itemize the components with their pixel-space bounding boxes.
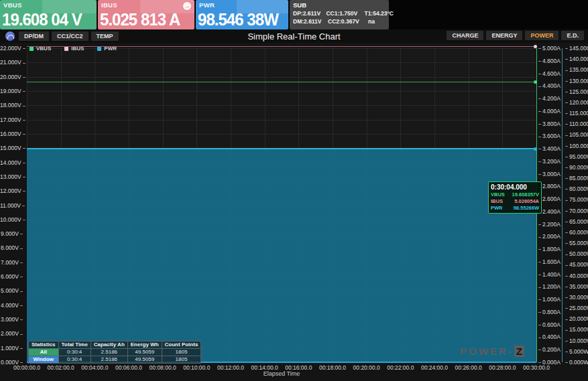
toolbar-right-tabs: CHARGEENERGYPOWERE.D. — [447, 31, 584, 40]
toolbar: DP/DMCC1/CC2TEMP Simple Real-Time Chart … — [0, 29, 588, 43]
power-axis-tick-label: 135.000W — [565, 66, 588, 73]
pwr-meter[interactable]: PWR 98.546 38W — [196, 0, 288, 29]
voltage-axis-tick-label: 12.000V — [0, 187, 23, 194]
statistics-cell: 1805 — [162, 356, 201, 364]
current-axis-tick-label: 3.800A — [538, 121, 561, 127]
pwr-meter-label: PWR — [199, 1, 215, 9]
sub-row-1: DP:2.611V CC1:1.750V T1:54.23°C — [293, 10, 394, 17]
current-direction-arrow-icon[interactable]: → — [183, 2, 191, 10]
current-axis-tick-label: 2.000A — [538, 233, 561, 240]
current-axis-tick-label: 1.200A — [538, 283, 561, 290]
legend-swatch-ibus — [64, 47, 68, 51]
voltage-axis-tick-label: 22.000V — [0, 45, 23, 52]
statistics-header-energy-wh: Energy Wh — [127, 341, 162, 349]
legend-item-vbus[interactable]: VBUS — [30, 46, 51, 52]
statistics-cell: 49.5059 — [127, 356, 162, 364]
power-z-watermark: POWER-Z — [460, 346, 524, 357]
power-axis-tick-label: 80.000W — [565, 185, 588, 192]
tooltip-time: 0:30:04.000 — [489, 182, 541, 192]
power-axis-tick-label: 50.000W — [565, 250, 588, 257]
time-axis-tick-label: 00:30:00.0 — [516, 364, 556, 371]
legend-label-vbus: VBUS — [36, 46, 51, 52]
pwr-meter-value: 98.546 38W — [198, 10, 278, 29]
gridline-horizontal — [27, 120, 536, 121]
statistics-cell: 0:30:4 — [58, 356, 91, 364]
toolbar-tab-temp[interactable]: TEMP — [91, 31, 119, 41]
tooltip-row-ibus: IBUS 5.026054A — [489, 198, 541, 205]
voltage-axis-tick-label: 2.000V — [0, 330, 23, 337]
statistics-cell: 0:30:4 — [58, 349, 91, 356]
series-line-pwr — [27, 148, 536, 149]
legend-item-pwr[interactable]: PWR — [97, 46, 117, 52]
vbus-meter[interactable]: VBUS 19.608 04 V — [0, 0, 97, 29]
power-axis-tick-label: 35.000W — [565, 283, 588, 290]
current-axis-tick-label: 4.600A — [538, 70, 561, 77]
voltage-axis-tick-label: 1.000V — [0, 345, 23, 352]
toolbar-tab-power[interactable]: POWER — [525, 31, 558, 40]
statistics-header-capacity-ah: Capacity Ah — [91, 341, 127, 349]
current-axis-tick-label: 1.400A — [538, 271, 561, 278]
toolbar-tab-energy[interactable]: ENERGY — [486, 31, 522, 40]
current-axis-tick-label: 1.800A — [538, 246, 561, 252]
voltage-axis-tick-label: 15.000V — [0, 145, 23, 151]
watermark-z: Z — [514, 346, 524, 357]
toolbar-tab-cc1-cc2[interactable]: CC1/CC2 — [52, 31, 89, 41]
power-z-app-window: VBUS 19.608 04 V IBUS → 5.025 813 A PWR … — [0, 0, 588, 381]
realtime-chart[interactable]: VBUSIBUSPWR 0:30:04.000 VBUS 19.608357V … — [0, 43, 588, 381]
tooltip-pwr-value: 98.55266W — [514, 205, 539, 212]
app-logo-icon[interactable] — [5, 31, 15, 41]
statistics-rowname-window[interactable]: Window — [29, 356, 59, 364]
legend-item-ibus[interactable]: IBUS — [64, 46, 84, 52]
current-axis-tick-label: 3.600A — [538, 133, 561, 139]
x-axis-title: Elapsed Time — [215, 370, 349, 377]
series-line-vbus — [27, 82, 536, 82]
power-axis-tick-label: 20.000W — [565, 315, 588, 322]
toolbar-tab-e-d[interactable]: E.D. — [561, 31, 584, 40]
power-axis-tick-label: 100.000W — [565, 143, 588, 149]
sub-row-2: DM:2.611V CC2:0.367V na — [293, 18, 394, 25]
voltage-axis-tick-label: 8.000V — [0, 244, 23, 251]
power-axis-tick-label: 25.000W — [565, 305, 588, 311]
toolbar-tab-dp-dm[interactable]: DP/DM — [19, 31, 49, 41]
watermark-text: POWER- — [460, 346, 514, 357]
chart-legend: VBUSIBUSPWR — [30, 46, 117, 52]
current-axis-tick-label: 1.000A — [538, 296, 561, 303]
power-axis-tick-label: 90.000W — [565, 164, 588, 171]
ibus-meter-value: 5.025 813 A — [100, 10, 180, 29]
sub-meter[interactable]: SUB DP:2.611V CC1:1.750V T1:54.23°C DM:2… — [290, 0, 389, 29]
toolbar-tab-charge[interactable]: CHARGE — [447, 31, 483, 40]
current-axis-tick-label: 0.200A — [538, 346, 561, 353]
vbus-meter-value: 19.608 04 V — [2, 10, 82, 29]
statistics-rowname-all[interactable]: All — [29, 349, 59, 356]
power-axis-tick-label: 95.000W — [565, 153, 588, 160]
voltage-axis-tick-label: 17.000V — [0, 117, 23, 123]
voltage-axis-tick-label: 21.000V — [0, 59, 23, 66]
current-axis-tick-label: 4.800A — [538, 58, 561, 64]
dp-voltage: DP:2.611V — [293, 10, 326, 17]
power-axis-tick-label: 60.000W — [565, 229, 588, 236]
power-axis-tick-label: 15.000W — [565, 326, 588, 333]
power-axis-tick-label: 115.000W — [565, 110, 588, 117]
power-axis-tick-label: 85.000W — [565, 175, 588, 181]
tooltip-row-vbus: VBUS 19.608357V — [489, 192, 541, 198]
current-axis-tick-label: 4.200A — [538, 95, 561, 102]
current-axis-tick-label: 0.600A — [538, 321, 561, 328]
statistics-table: StatisticsTotal TimeCapacity AhEnergy Wh… — [28, 341, 201, 364]
statistics-header-row: StatisticsTotal TimeCapacity AhEnergy Wh… — [29, 341, 201, 349]
vbus-meter-label: VBUS — [3, 1, 22, 9]
voltage-axis-tick-label: 11.000V — [0, 202, 23, 209]
current-axis-tick-label: 4.000A — [538, 108, 561, 115]
legend-label-pwr: PWR — [104, 46, 117, 52]
power-axis-tick-label: 65.000W — [565, 218, 588, 225]
power-axis-tick-label: 105.000W — [565, 131, 588, 138]
voltage-axis-tick-label: 18.000V — [0, 102, 23, 108]
tooltip-pwr-name: PWR — [491, 205, 503, 212]
statistics-header-total-time: Total Time — [58, 341, 91, 349]
ibus-meter[interactable]: IBUS → 5.025 813 A — [98, 0, 194, 29]
power-axis-tick-label: 0.000W — [565, 359, 588, 366]
power-axis-tick-label: 45.000W — [565, 261, 588, 268]
current-axis-tick-label: 1.600A — [538, 258, 561, 265]
power-axis-tick-label: 70.000W — [565, 208, 588, 214]
power-axis-tick-label: 30.000W — [565, 294, 588, 301]
legend-swatch-vbus — [30, 47, 34, 51]
